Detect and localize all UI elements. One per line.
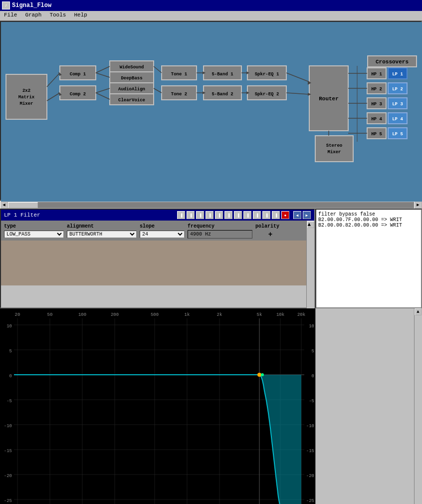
filter-content-area <box>1 241 314 285</box>
svg-text:Tone 1: Tone 1 <box>171 72 188 77</box>
toolbar-btn-9[interactable]: ▐ <box>253 211 261 219</box>
app-icon: ♪ <box>2 1 10 9</box>
svg-text:50: 50 <box>47 312 53 317</box>
log-line-2: B2.00.00.7F.00.00.00 => WRIT <box>318 217 419 223</box>
svg-text:LP 4: LP 4 <box>392 117 403 122</box>
log-line-1: filter bypass false <box>318 212 419 217</box>
svg-text:Spkr-EQ 1: Spkr-EQ 1 <box>255 72 279 77</box>
slope-select[interactable]: 24 6 12 18 36 48 <box>140 231 185 238</box>
svg-text:5: 5 <box>312 349 314 354</box>
toolbar-btn-rec[interactable]: ● <box>281 211 289 219</box>
svg-text:HP 2: HP 2 <box>371 87 382 92</box>
toolbar-btn-1[interactable]: ▐ <box>177 211 185 219</box>
svg-text:5: 5 <box>9 349 12 354</box>
svg-text:LP 1: LP 1 <box>392 72 403 77</box>
svg-text:WideSound: WideSound <box>120 65 144 70</box>
toolbar-btn-10[interactable]: ▐ <box>262 211 270 219</box>
menu-bar: File Graph Tools Help <box>0 11 422 21</box>
svg-text:-5: -5 <box>6 399 12 404</box>
svg-text:AudioAlign: AudioAlign <box>118 87 145 92</box>
scroll-thumb[interactable] <box>8 202 38 208</box>
svg-text:20: 20 <box>15 312 20 317</box>
scroll-left-button[interactable]: ◀ <box>0 201 8 209</box>
log-line-3: B2.00.00.82.00.00.00 => WRIT <box>318 223 419 228</box>
svg-text:DeepBass: DeepBass <box>121 76 142 81</box>
svg-text:-20: -20 <box>4 474 12 479</box>
svg-text:5-Band 1: 5-Band 1 <box>211 72 233 77</box>
toolbar-btn-7[interactable]: ▐ <box>234 211 242 219</box>
filter-title: LP 1 Filter <box>4 212 40 218</box>
signal-flow-svg: Crossovers 2x2 Matrix Mixer Comp 1 Comp … <box>1 22 422 202</box>
svg-text:200: 200 <box>111 312 119 317</box>
log-vscrollbar[interactable]: ▲ ▼ <box>414 308 422 504</box>
toolbar-btn-4[interactable]: ▐ <box>206 211 213 219</box>
chart-section: 10 5 0 -5 -10 -15 -20 -25 10 5 0 -5 -10 … <box>0 308 422 504</box>
svg-text:Tone 2: Tone 2 <box>171 92 187 97</box>
toolbar-btn-6[interactable]: ▐ <box>224 211 232 219</box>
svg-text:-15: -15 <box>306 449 314 454</box>
filter-vscrollbar[interactable]: ▲ ▼ <box>306 221 314 320</box>
filter-toolbar: ▐ ▐ ▐ ▐ ▐ ▐ ▐ ▐ ▐ ▐ ▐ ● ◀ ▶ <box>177 211 311 219</box>
filter-panel: LP 1 Filter ▐ ▐ ▐ ▐ ▐ ▐ ▐ ▐ ▐ ▐ ▐ ● ◀ ▶ <box>0 209 315 308</box>
svg-rect-0 <box>1 22 422 202</box>
scroll-track[interactable] <box>8 202 414 208</box>
alignment-header: alignment <box>67 224 137 229</box>
svg-text:ClearVoice: ClearVoice <box>118 98 145 103</box>
menu-graph[interactable]: Graph <box>23 12 43 19</box>
menu-help[interactable]: Help <box>72 12 89 19</box>
horizontal-scrollbar[interactable]: ◀ ▶ <box>0 201 422 209</box>
svg-text:HP 1: HP 1 <box>371 72 382 77</box>
svg-text:HP 4: HP 4 <box>371 117 382 122</box>
svg-text:Mixer: Mixer <box>327 150 341 155</box>
svg-text:0: 0 <box>312 374 314 379</box>
toolbar-btn-11[interactable]: ▐ <box>272 211 280 219</box>
toolbar-nav-right[interactable]: ▶ <box>303 211 311 219</box>
svg-text:-20: -20 <box>306 474 314 479</box>
filter-title-bar: LP 1 Filter ▐ ▐ ▐ ▐ ▐ ▐ ▐ ▐ ▐ ▐ ▐ ● ◀ ▶ <box>1 210 314 221</box>
filter-values-row: LOW_PASS HIGH_PASS BAND_PASS BUTTERWORTH… <box>4 230 311 239</box>
svg-text:2k: 2k <box>217 312 222 317</box>
svg-text:LP 3: LP 3 <box>392 102 403 107</box>
svg-text:HP 3: HP 3 <box>371 102 382 107</box>
menu-file[interactable]: File <box>2 12 19 19</box>
frequency-header: frequency <box>188 224 252 229</box>
alignment-select[interactable]: BUTTERWORTH LINKWITZ BESSEL <box>67 231 137 238</box>
frequency-chart: 10 5 0 -5 -10 -15 -20 -25 10 5 0 -5 -10 … <box>0 308 315 504</box>
svg-text:Stereo: Stereo <box>326 143 342 148</box>
scroll-right-button[interactable]: ▶ <box>414 201 422 209</box>
svg-text:Comp 2: Comp 2 <box>70 92 86 97</box>
toolbar-btn-8[interactable]: ▐ <box>243 211 251 219</box>
vscroll-up-btn[interactable]: ▲ <box>307 221 314 228</box>
svg-text:-5: -5 <box>309 399 314 404</box>
slope-header: slope <box>140 224 185 229</box>
svg-text:Router: Router <box>319 96 339 102</box>
svg-text:Mixer: Mixer <box>19 101 33 106</box>
svg-text:500: 500 <box>151 312 159 317</box>
svg-text:HP 5: HP 5 <box>371 132 382 137</box>
svg-text:20k: 20k <box>297 312 305 317</box>
log-panel: filter bypass false B2.00.00.7F.00.00.00… <box>315 209 422 308</box>
log-right-panel: ▲ ▼ <box>315 308 422 504</box>
svg-text:Crossovers: Crossovers <box>376 59 409 65</box>
signal-flow-canvas: Crossovers 2x2 Matrix Mixer Comp 1 Comp … <box>0 21 422 201</box>
menu-tools[interactable]: Tools <box>47 12 68 19</box>
type-select[interactable]: LOW_PASS HIGH_PASS BAND_PASS <box>4 231 64 238</box>
svg-text:5-Band 2: 5-Band 2 <box>211 92 233 97</box>
log-scroll-up[interactable]: ▲ <box>415 308 422 315</box>
polarity-display: + <box>255 231 285 239</box>
toolbar-nav-left[interactable]: ◀ <box>293 211 301 219</box>
toolbar-btn-5[interactable]: ▐ <box>215 211 223 219</box>
filter-controls: type alignment slope frequency polarity … <box>1 221 314 241</box>
frequency-control[interactable]: 4900 Hz <box>188 230 252 239</box>
svg-text:10: 10 <box>309 324 314 329</box>
title-bar: ♪ Signal_Flow <box>0 0 422 11</box>
svg-point-131 <box>257 373 261 377</box>
toolbar-btn-2[interactable]: ▐ <box>187 211 195 219</box>
polarity-header: polarity <box>255 224 285 229</box>
svg-text:1k: 1k <box>185 312 190 317</box>
svg-text:10k: 10k <box>276 312 284 317</box>
svg-text:100: 100 <box>78 312 86 317</box>
filter-headers-row: type alignment slope frequency polarity <box>4 224 311 229</box>
toolbar-btn-3[interactable]: ▐ <box>196 211 204 219</box>
frequency-display: 4900 Hz <box>190 232 250 237</box>
